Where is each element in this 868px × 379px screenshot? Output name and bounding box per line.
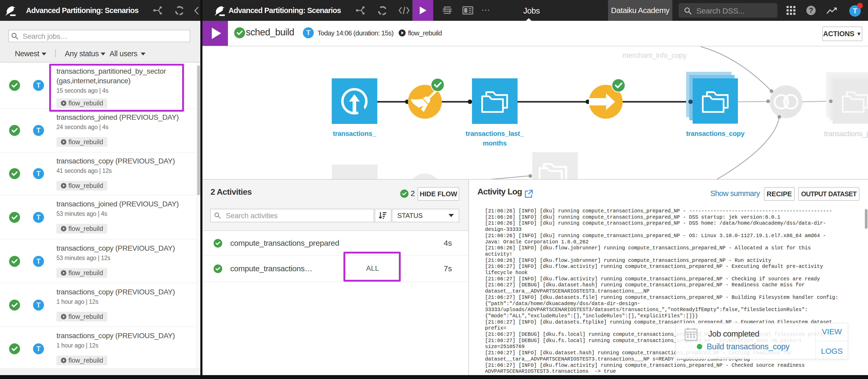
svg-text:months: months [483, 139, 506, 147]
svg-text:transactions_: transactions_ [333, 129, 376, 138]
svg-text:transactions_last_: transactions_last_ [466, 129, 524, 138]
svg-text:transactions_j: transactions_j [824, 129, 868, 138]
svg-text:merchant_info_copy: merchant_info_copy [622, 51, 687, 59]
svg-text:transactions_copy: transactions_copy [686, 129, 745, 138]
